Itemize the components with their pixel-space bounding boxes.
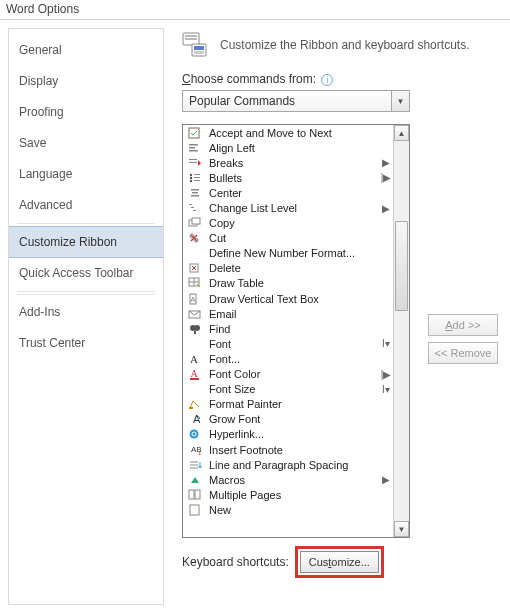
svg-point-12 (190, 174, 192, 176)
command-item[interactable]: Multiple Pages (183, 487, 393, 502)
command-item[interactable]: Draw Table (183, 276, 393, 291)
command-icon (187, 382, 203, 396)
svg-point-14 (190, 180, 192, 182)
sidebar-item-language[interactable]: Language (9, 159, 163, 190)
command-item[interactable]: Format Painter (183, 397, 393, 412)
svg-point-40 (190, 430, 199, 439)
submenu-indicator: ▶ (379, 157, 393, 168)
customize-button[interactable]: Customize... (300, 551, 379, 573)
command-item[interactable]: Change List Level▶ (183, 200, 393, 215)
scroll-thumb[interactable] (395, 221, 408, 311)
command-label: Format Painter (209, 398, 373, 410)
svg-point-13 (190, 177, 192, 179)
command-item[interactable]: AGrow Font (183, 412, 393, 427)
sidebar-item-customize-ribbon[interactable]: Customize Ribbon (9, 226, 163, 258)
svg-text:A: A (190, 295, 196, 304)
command-item[interactable]: Line and Paragraph Spacing (183, 457, 393, 472)
svg-rect-2 (185, 38, 197, 40)
sidebar-item-general[interactable]: General (9, 35, 163, 66)
command-label: Delete (209, 262, 373, 274)
commands-listbox[interactable]: Accept and Move to NextAlign LeftBreaks▶… (182, 124, 410, 538)
command-item[interactable]: Hyperlink... (183, 427, 393, 442)
svg-rect-25 (192, 218, 200, 224)
scrollbar[interactable]: ▲ ▼ (393, 125, 409, 537)
svg-rect-15 (194, 174, 200, 175)
command-icon (187, 156, 203, 170)
svg-rect-6 (189, 128, 199, 138)
submenu-indicator: I▾ (379, 384, 393, 395)
chevron-down-icon[interactable]: ▼ (391, 91, 409, 111)
info-icon[interactable]: i (321, 74, 333, 86)
svg-rect-9 (189, 150, 198, 152)
command-item[interactable]: Macros▶ (183, 472, 393, 487)
command-item[interactable]: Align Left (183, 140, 393, 155)
command-item[interactable]: Breaks▶ (183, 155, 393, 170)
svg-rect-37 (190, 378, 199, 380)
svg-rect-43 (189, 490, 194, 499)
command-item[interactable]: Email (183, 306, 393, 321)
svg-text:A: A (190, 368, 198, 379)
combo-value: Popular Commands (189, 94, 295, 108)
command-icon (187, 261, 203, 275)
scroll-track[interactable] (394, 141, 409, 521)
command-icon (187, 246, 203, 260)
svg-rect-11 (189, 162, 197, 163)
command-label: Macros (209, 474, 373, 486)
command-label: Font Size (209, 383, 373, 395)
sidebar-item-quick-access-toolbar[interactable]: Quick Access Toolbar (9, 258, 163, 289)
command-item[interactable]: Delete (183, 261, 393, 276)
command-label: Cut (209, 232, 373, 244)
customize-ribbon-icon (182, 32, 210, 58)
choose-commands-combo[interactable]: Popular Commands ▼ (182, 90, 410, 112)
add-remove-buttons: Add >> << Remove (428, 314, 498, 364)
sidebar-item-add-ins[interactable]: Add-Ins (9, 297, 163, 328)
submenu-indicator: I▾ (379, 338, 393, 349)
command-icon (187, 201, 203, 215)
svg-rect-44 (195, 490, 200, 499)
command-item[interactable]: Define New Number Format... (183, 246, 393, 261)
command-label: New (209, 504, 373, 516)
add-button: Add >> (428, 314, 498, 336)
svg-point-34 (194, 325, 200, 331)
command-item[interactable]: Accept and Move to Next (183, 125, 393, 140)
svg-rect-5 (194, 51, 204, 54)
command-icon (187, 458, 203, 472)
sidebar-item-trust-center[interactable]: Trust Center (9, 328, 163, 359)
remove-button: << Remove (428, 342, 498, 364)
sidebar-item-proofing[interactable]: Proofing (9, 97, 163, 128)
command-item[interactable]: AFont... (183, 351, 393, 366)
command-icon (187, 186, 203, 200)
command-item[interactable]: New (183, 502, 393, 517)
command-item[interactable]: ADraw Vertical Text Box (183, 291, 393, 306)
command-item[interactable]: Font SizeI▾ (183, 382, 393, 397)
command-icon: A (187, 352, 203, 366)
command-item[interactable]: Cut (183, 231, 393, 246)
svg-rect-38 (189, 407, 193, 409)
submenu-indicator: ▶ (379, 203, 393, 214)
command-label: Draw Vertical Text Box (209, 293, 373, 305)
command-item[interactable]: Center (183, 185, 393, 200)
command-icon: AB1 (187, 443, 203, 457)
command-item[interactable]: AB1Insert Footnote (183, 442, 393, 457)
svg-rect-22 (191, 207, 194, 208)
svg-rect-45 (190, 505, 199, 515)
header-text: Customize the Ribbon and keyboard shortc… (220, 38, 469, 52)
scroll-up-button[interactable]: ▲ (394, 125, 409, 141)
command-item[interactable]: FontI▾ (183, 336, 393, 351)
choose-commands-label: Choose commands from: i (182, 72, 510, 86)
customize-highlight: Customize... (295, 546, 384, 578)
command-label: Breaks (209, 157, 373, 169)
sidebar-item-save[interactable]: Save (9, 128, 163, 159)
submenu-indicator: |▶ (379, 172, 393, 183)
command-item[interactable]: Bullets|▶ (183, 170, 393, 185)
sidebar-item-display[interactable]: Display (9, 66, 163, 97)
command-label: Insert Footnote (209, 444, 373, 456)
sidebar-item-advanced[interactable]: Advanced (9, 190, 163, 221)
command-label: Center (209, 187, 373, 199)
command-item[interactable]: Find (183, 321, 393, 336)
command-item[interactable]: Copy (183, 216, 393, 231)
command-item[interactable]: AFont Color|▶ (183, 367, 393, 382)
command-icon (187, 488, 203, 502)
scroll-down-button[interactable]: ▼ (394, 521, 409, 537)
command-label: Font... (209, 353, 373, 365)
